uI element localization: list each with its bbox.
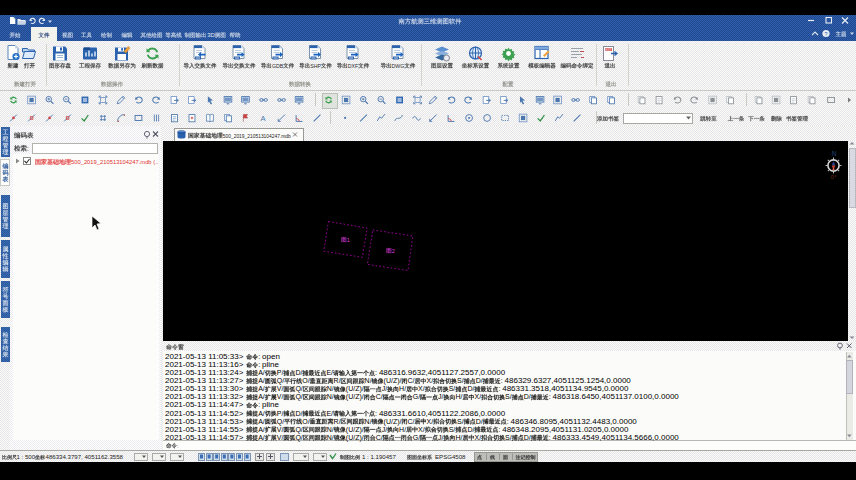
svg-text:500_2019_210513104247.mdb (..: 500_2019_210513104247.mdb (.. (71, 159, 159, 165)
svg-text:?: ? (824, 31, 827, 37)
svg-text:V/: V/ (277, 434, 284, 441)
svg-text:1 : 500: 1 : 500 (17, 453, 36, 460)
svg-text:DXF: DXF (348, 63, 358, 69)
svg-text:pline: pline (262, 400, 279, 409)
svg-text:D/: D/ (524, 393, 531, 400)
svg-text:(U/Z)/: (U/Z)/ (346, 426, 364, 434)
svg-text:D/: D/ (476, 377, 483, 384)
svg-text:486333.4549,4051134.5666,0.000: 486333.4549,4051134.5666,0.0000 (553, 433, 680, 442)
svg-text:N/: N/ (327, 385, 334, 392)
svg-text:D/: D/ (524, 434, 531, 441)
svg-text:N/: N/ (365, 377, 372, 384)
svg-text:X/: X/ (418, 426, 425, 433)
svg-text:A/: A/ (258, 393, 265, 400)
svg-text:S/: S/ (505, 393, 512, 400)
svg-text::: : (498, 385, 500, 392)
svg-text:X/: X/ (427, 418, 434, 425)
svg-text:EPSG4508: EPSG4508 (435, 453, 466, 460)
svg-text:S/: S/ (457, 377, 464, 384)
svg-text:S/: S/ (449, 426, 456, 433)
svg-text:1 : 1.190457: 1 : 1.190457 (362, 453, 396, 460)
svg-text:A/: A/ (258, 434, 265, 441)
svg-text:A: A (261, 114, 267, 123)
svg-text:2021-05-13 11:14:57>: 2021-05-13 11:14:57> (165, 433, 244, 442)
svg-text:S/: S/ (457, 418, 464, 425)
svg-text:S/: S/ (505, 434, 512, 441)
svg-text:H/: H/ (456, 434, 463, 441)
svg-text:R/: R/ (334, 377, 341, 384)
svg-text:Q/: Q/ (295, 385, 302, 393)
svg-text::: : (549, 393, 551, 400)
svg-text::: : (498, 426, 500, 433)
svg-text:O/: O/ (302, 377, 309, 384)
svg-text:Q/: Q/ (295, 393, 302, 401)
svg-text:486334.3797, 4051162.3558: 486334.3797, 4051162.3558 (46, 453, 124, 460)
svg-text::: : (258, 361, 260, 368)
svg-text:X/: X/ (475, 434, 482, 441)
svg-text::: : (375, 410, 377, 417)
svg-text:D/: D/ (467, 385, 474, 392)
svg-text:N/: N/ (365, 418, 372, 425)
svg-text:H/: H/ (456, 393, 463, 400)
svg-text:Q/: Q/ (295, 434, 302, 442)
svg-text:pline: pline (262, 360, 279, 369)
svg-text::: : (501, 377, 503, 384)
svg-text:A/: A/ (258, 369, 265, 376)
svg-text:X/: X/ (418, 385, 425, 392)
svg-text:J/: J/ (382, 426, 388, 433)
svg-text::: : (507, 418, 509, 425)
svg-text:SHP: SHP (310, 63, 321, 69)
svg-text:N: N (832, 150, 837, 157)
svg-text:486331.6610,4051122.2086,0.000: 486331.6610,4051122.2086,0.0000 (379, 409, 506, 418)
svg-text:X/: X/ (427, 377, 434, 384)
svg-text:(U/Z)/: (U/Z)/ (384, 377, 402, 385)
svg-text:0°: 0° (831, 174, 837, 180)
svg-text:J/: J/ (382, 385, 388, 392)
svg-text:G/: G/ (413, 434, 420, 441)
svg-text:486316.9632,4051127.2557,0.000: 486316.9632,4051127.2557,0.0000 (379, 368, 506, 377)
svg-text:V/: V/ (277, 393, 284, 400)
svg-text:V/: V/ (277, 385, 284, 392)
svg-text:S/: S/ (449, 385, 456, 392)
svg-text:V/: V/ (277, 426, 284, 433)
svg-text:(U/Z)/: (U/Z)/ (384, 418, 402, 426)
svg-text:N/: N/ (327, 393, 334, 400)
svg-text:D/: D/ (467, 426, 474, 433)
svg-text:J/: J/ (438, 393, 444, 400)
svg-text::: : (258, 353, 260, 360)
svg-text:3D: 3D (207, 32, 215, 38)
svg-text::: : (177, 443, 179, 449)
svg-text:(U/Z)/: (U/Z)/ (346, 385, 364, 393)
svg-text:H/: H/ (399, 426, 406, 433)
svg-text:N/: N/ (327, 434, 334, 441)
svg-text:Q/: Q/ (277, 377, 284, 385)
svg-text:D/: D/ (295, 410, 302, 417)
svg-text:P/: P/ (277, 410, 284, 417)
svg-text:G/: G/ (413, 393, 420, 400)
svg-text:J/: J/ (438, 434, 444, 441)
svg-text::: : (27, 145, 29, 152)
svg-text:EXIT: EXIT (605, 48, 612, 52)
svg-text:C/: C/ (376, 393, 383, 400)
svg-text:(U/Z)/: (U/Z)/ (346, 393, 364, 401)
svg-text:C/: C/ (376, 434, 383, 441)
svg-text:A/: A/ (258, 410, 265, 417)
svg-text:Q/: Q/ (277, 418, 284, 426)
svg-text:A/: A/ (258, 385, 265, 392)
svg-text:(U/Z)/: (U/Z)/ (346, 434, 364, 442)
svg-text:GDB: GDB (272, 63, 284, 69)
svg-text:H/: H/ (399, 385, 406, 392)
svg-text:X/: X/ (475, 393, 482, 400)
svg-text:DWG: DWG (392, 63, 405, 69)
svg-text::: : (549, 434, 551, 441)
svg-text:486318.6450,4051137.0100,0.000: 486318.6450,4051137.0100,0.0000 (553, 392, 680, 401)
svg-text::: : (258, 401, 260, 408)
svg-text:C/: C/ (408, 418, 415, 425)
svg-text:A/: A/ (258, 377, 265, 384)
svg-text:2: 2 (392, 248, 395, 254)
svg-text:D/: D/ (476, 418, 483, 425)
svg-text:1: 1 (347, 237, 350, 243)
svg-text:O/: O/ (302, 418, 309, 425)
svg-text:E/: E/ (326, 369, 333, 376)
svg-text:A/: A/ (258, 426, 265, 433)
